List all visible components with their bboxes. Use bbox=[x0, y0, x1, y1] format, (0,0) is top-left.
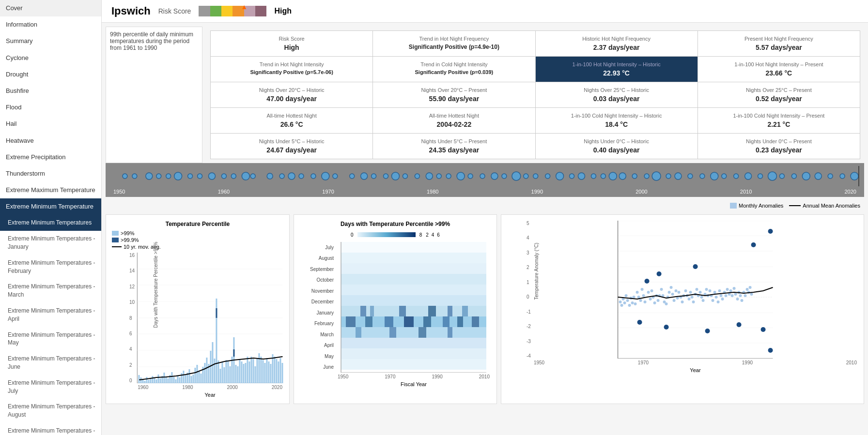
svg-rect-67 bbox=[858, 166, 859, 186]
svg-point-20 bbox=[333, 174, 338, 179]
sidebar-item-emt-sep[interactable]: Extreme Minimum Temperatures - September bbox=[0, 423, 101, 435]
svg-point-3 bbox=[146, 173, 153, 180]
svg-point-292 bbox=[768, 348, 773, 353]
svg-rect-136 bbox=[249, 361, 250, 383]
svg-point-230 bbox=[667, 291, 670, 294]
sidebar-item-emt-jul[interactable]: Extreme Minimum Temperatures - July bbox=[0, 375, 101, 399]
svg-point-203 bbox=[624, 294, 627, 297]
stat-nights-over20-historic: Nights Over 20°C – Historic 47.00 days/y… bbox=[211, 82, 372, 107]
risk-seg-grey bbox=[199, 6, 210, 16]
svg-point-238 bbox=[681, 300, 683, 303]
stat-nights-under0-present: Nights Under 0°C – Present 0.23 days/yea… bbox=[698, 134, 860, 159]
colorbar-ticks: 2 4 6 bbox=[426, 232, 440, 238]
sidebar-item-emt-aug[interactable]: Extreme Minimum Temperatures - August bbox=[0, 399, 101, 423]
sidebar-item-cyclone[interactable]: Cyclone bbox=[0, 50, 101, 66]
svg-rect-142 bbox=[261, 357, 262, 383]
sidebar-item-extreme-min-temp[interactable]: Extreme Minimum Temperature bbox=[0, 198, 101, 215]
sidebar-item-extreme-precip[interactable]: Extreme Precipitation bbox=[0, 149, 101, 165]
sidebar-item-information[interactable]: Information bbox=[0, 16, 101, 33]
svg-rect-98 bbox=[179, 377, 181, 383]
chart3-y-label: Temperature Anomaly (°C) bbox=[534, 242, 539, 300]
stat-1in100-hot-night-present: 1-in-100 Hot Night Intensity – Present 2… bbox=[698, 57, 860, 82]
svg-point-231 bbox=[669, 286, 672, 289]
timeline-svg bbox=[110, 166, 859, 186]
sidebar-item-heatwave[interactable]: Heatwave bbox=[0, 133, 101, 149]
sidebar-item-drought[interactable]: Drought bbox=[0, 66, 101, 83]
svg-rect-149 bbox=[274, 357, 276, 383]
stat-1in100-cold-night-historic: 1-in-100 Cold Night Intensity – Historic… bbox=[536, 108, 698, 133]
legend-monthly-color bbox=[730, 203, 737, 209]
svg-rect-120 bbox=[220, 369, 221, 383]
svg-point-1 bbox=[123, 174, 127, 179]
svg-rect-107 bbox=[197, 365, 198, 383]
timeline[interactable]: 1950 1960 1970 1980 1990 2000 2010 2020 bbox=[106, 163, 864, 197]
svg-point-55 bbox=[722, 174, 727, 179]
sidebar-item-extreme-max-temp[interactable]: Extreme Maximum Temperature bbox=[0, 182, 101, 198]
chart1-x-ticks: 1960 1980 2000 2020 bbox=[137, 385, 283, 390]
chart1-box: Temperature Percentile >99% >99.9% 10 yr… bbox=[106, 214, 290, 404]
sidebar-item-hail[interactable]: Hail bbox=[0, 116, 101, 132]
chart2-x-label: Fiscal Year bbox=[337, 381, 491, 387]
svg-point-251 bbox=[701, 299, 704, 302]
sidebar-item-emt-may[interactable]: Extreme Minimum Temperatures - May bbox=[0, 327, 101, 351]
svg-point-24 bbox=[384, 174, 388, 179]
svg-point-8 bbox=[198, 174, 202, 179]
svg-point-44 bbox=[601, 174, 605, 179]
svg-point-215 bbox=[643, 300, 646, 303]
svg-rect-109 bbox=[201, 374, 202, 383]
chart3-legend-row: Monthly Anomalies Annual Mean Anomalies bbox=[102, 201, 868, 210]
svg-point-4 bbox=[156, 174, 161, 179]
sidebar-item-extreme-min-temps[interactable]: Extreme Minimum Temperatures bbox=[0, 215, 101, 231]
svg-point-228 bbox=[665, 302, 667, 305]
chart2-title: Days with Temperature Percentile >99% bbox=[300, 221, 491, 227]
sidebar-item-emt-jun[interactable]: Extreme Minimum Temperatures - June bbox=[0, 351, 101, 375]
svg-rect-140 bbox=[257, 358, 258, 383]
svg-point-236 bbox=[677, 291, 680, 294]
sidebar-item-emt-feb[interactable]: Extreme Minimum Temperatures - February bbox=[0, 255, 101, 279]
svg-rect-124 bbox=[228, 361, 229, 383]
svg-point-49 bbox=[652, 172, 661, 180]
sidebar-item-emt-apr[interactable]: Extreme Minimum Temperatures - April bbox=[0, 303, 101, 327]
sidebar-item-emt-mar[interactable]: Extreme Minimum Temperatures - March bbox=[0, 279, 101, 303]
chart3-y-ticks: 5 4 3 2 1 0 -1 -2 -3 -4 bbox=[527, 221, 531, 359]
svg-point-18 bbox=[311, 174, 316, 179]
svg-rect-177 bbox=[423, 316, 431, 327]
sidebar-item-cover[interactable]: Cover bbox=[0, 0, 101, 16]
sidebar-item-emt-jan[interactable]: Extreme Minimum Temperatures - January bbox=[0, 231, 101, 255]
svg-rect-85 bbox=[154, 378, 155, 383]
chart3-x-label: Year bbox=[533, 367, 858, 373]
svg-point-54 bbox=[711, 172, 718, 180]
svg-rect-181 bbox=[356, 327, 361, 338]
sidebar-item-summary[interactable]: Summary bbox=[0, 33, 101, 49]
svg-point-41 bbox=[570, 174, 574, 179]
svg-point-266 bbox=[726, 288, 728, 291]
svg-point-288 bbox=[664, 325, 668, 330]
chart1-y-label: Days with Temperature Percentile >99% bbox=[153, 242, 158, 328]
stat-hot-night-intensity-trend: Trend in Hot Night Intensity Significant… bbox=[211, 57, 372, 82]
svg-rect-121 bbox=[222, 362, 223, 383]
svg-point-232 bbox=[671, 293, 674, 296]
stats-grid-wrapper: Risk Score High Trend in Hot Night Frequ… bbox=[206, 27, 864, 163]
sidebar-item-bushfire[interactable]: Bushfire bbox=[0, 83, 101, 99]
chart1-svg bbox=[137, 253, 283, 383]
svg-point-11 bbox=[231, 174, 236, 179]
svg-point-45 bbox=[609, 172, 617, 180]
svg-point-213 bbox=[640, 288, 643, 291]
legend-annual-anomalies: Annual Mean Anomalies bbox=[789, 203, 860, 209]
svg-point-5 bbox=[166, 174, 171, 179]
svg-rect-84 bbox=[152, 376, 154, 383]
svg-point-217 bbox=[647, 291, 650, 294]
svg-point-223 bbox=[656, 299, 659, 302]
sidebar-item-flood[interactable]: Flood bbox=[0, 99, 101, 116]
svg-point-14 bbox=[267, 173, 273, 179]
svg-point-269 bbox=[730, 294, 733, 297]
risk-score-label: Risk Score bbox=[158, 7, 191, 15]
svg-point-234 bbox=[674, 289, 677, 292]
svg-point-263 bbox=[721, 298, 724, 300]
page-header: Ipswich Risk Score ▲ High bbox=[102, 0, 868, 23]
svg-point-274 bbox=[739, 294, 742, 297]
svg-point-245 bbox=[692, 300, 695, 303]
svg-point-240 bbox=[684, 289, 687, 292]
sidebar-item-thunderstorm[interactable]: Thunderstorm bbox=[0, 165, 101, 182]
svg-point-53 bbox=[700, 174, 705, 179]
